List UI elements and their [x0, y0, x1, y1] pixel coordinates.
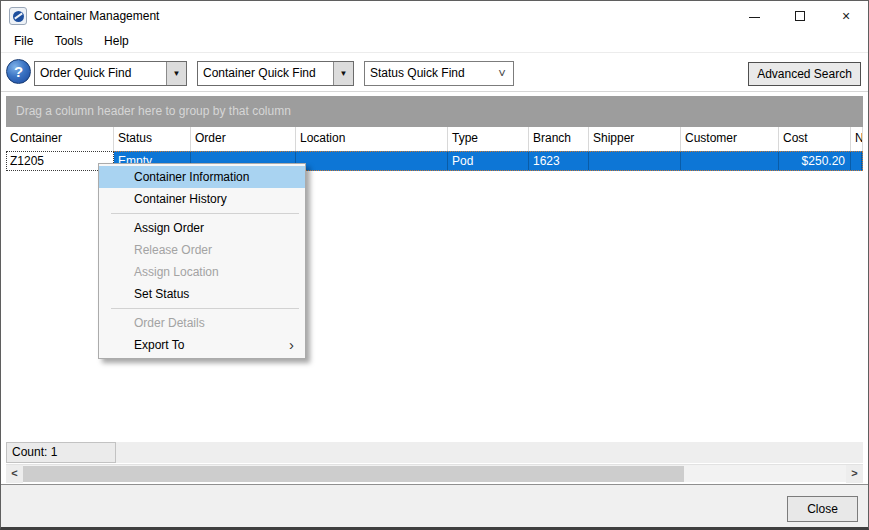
menu-separator [111, 213, 299, 214]
window-title: Container Management [34, 1, 159, 31]
scroll-left-icon: < [11, 467, 17, 479]
column-header-container[interactable]: Container [6, 127, 114, 151]
grid-header-row: Container Status Order Location Type Bra… [6, 127, 863, 151]
advanced-search-button[interactable]: Advanced Search [748, 62, 861, 86]
cell-shipper[interactable] [589, 152, 681, 170]
minimize-icon [749, 17, 760, 18]
cell-cost[interactable]: $250.20 [779, 152, 851, 170]
column-header-cost[interactable]: Cost [779, 127, 851, 151]
dropdown-arrow-icon: ▼ [166, 62, 186, 85]
context-menu: Container Information Container History … [98, 163, 306, 359]
column-header-type[interactable]: Type [448, 127, 529, 151]
column-header-location[interactable]: Location [296, 127, 448, 151]
column-header-shipper[interactable]: Shipper [589, 127, 681, 151]
column-header-branch[interactable]: Branch [529, 127, 589, 151]
column-header-status[interactable]: Status [114, 127, 191, 151]
menu-file[interactable]: File [5, 31, 42, 52]
menu-tools[interactable]: Tools [46, 31, 92, 52]
menu-item-release-order: Release Order [99, 239, 305, 261]
column-header-order[interactable]: Order [191, 127, 296, 151]
chevron-down-icon: ˅ [491, 62, 513, 85]
status-bar: Count: 1 [6, 442, 863, 463]
container-quick-find-label: Container Quick Find [198, 62, 333, 85]
cell-branch[interactable]: 1623 [529, 152, 589, 170]
dropdown-arrow-icon: ▼ [333, 62, 353, 85]
help-icon[interactable]: ? [6, 59, 31, 84]
horizontal-scrollbar[interactable]: < > [6, 464, 863, 482]
title-bar: Container Management × [1, 1, 868, 31]
submenu-arrow-icon: › [289, 334, 294, 356]
scrollbar-thumb[interactable] [23, 466, 684, 482]
status-quick-find-dropdown[interactable]: Status Quick Find ˅ [364, 61, 514, 86]
close-window-button[interactable]: × [830, 1, 862, 31]
toolbar: ? Order Quick Find ▼ Container Quick Fin… [1, 54, 868, 92]
container-management-window: Container Management × File Tools Help ?… [0, 0, 869, 530]
menu-item-container-information[interactable]: Container Information [99, 166, 305, 188]
container-quick-find-dropdown[interactable]: Container Quick Find ▼ [197, 61, 354, 86]
menu-bar: File Tools Help [1, 31, 868, 53]
column-header-notes[interactable]: N [851, 127, 863, 151]
scroll-right-icon: > [851, 467, 857, 479]
scroll-left-button[interactable]: < [6, 465, 23, 483]
menu-item-set-status[interactable]: Set Status [99, 283, 305, 305]
cell-customer[interactable] [681, 152, 779, 170]
maximize-icon [795, 11, 805, 21]
minimize-button[interactable] [738, 1, 770, 31]
menu-item-assign-order[interactable]: Assign Order [99, 217, 305, 239]
menu-item-container-history[interactable]: Container History [99, 188, 305, 210]
close-button[interactable]: Close [787, 496, 858, 522]
order-quick-find-dropdown[interactable]: Order Quick Find ▼ [34, 61, 187, 86]
cell-location[interactable] [296, 152, 448, 170]
status-quick-find-label: Status Quick Find [365, 62, 491, 85]
column-header-customer[interactable]: Customer [681, 127, 779, 151]
group-by-drop-zone[interactable]: Drag a column header here to group by th… [6, 96, 863, 127]
maximize-button[interactable] [784, 1, 816, 31]
menu-item-export-to[interactable]: Export To › [99, 334, 305, 356]
menu-item-order-details: Order Details [99, 312, 305, 334]
scroll-right-button[interactable]: > [846, 465, 863, 483]
cell-type[interactable]: Pod [448, 152, 529, 170]
cell-notes[interactable] [851, 152, 862, 170]
close-icon: × [842, 8, 850, 24]
app-icon [9, 7, 27, 25]
menu-help[interactable]: Help [95, 31, 138, 52]
menu-item-assign-location: Assign Location [99, 261, 305, 283]
order-quick-find-label: Order Quick Find [35, 62, 166, 85]
record-count: Count: 1 [6, 442, 116, 463]
menu-separator [111, 308, 299, 309]
footer-panel: Close [1, 485, 868, 527]
